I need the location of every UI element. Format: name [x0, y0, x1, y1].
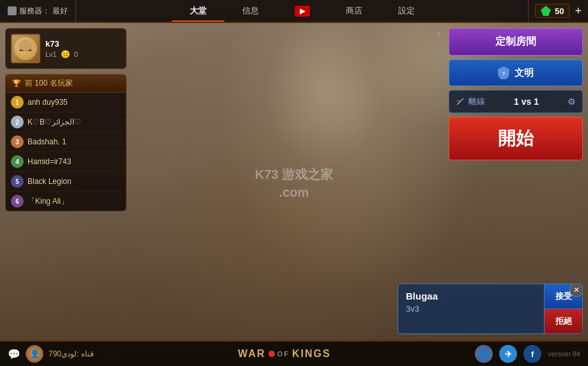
leaderboard-title: 前 100 名玩家 [25, 78, 73, 89]
music-icon[interactable]: ♪ [436, 28, 441, 40]
version-label: version 84 [548, 350, 580, 358]
server-label: 服務器： [19, 6, 50, 17]
rank-badge-2: 2 [11, 116, 24, 128]
custom-room-button[interactable]: 定制房間 [449, 28, 583, 56]
tab-settings[interactable]: 設定 [380, 0, 433, 22]
profile-info: k73 Lv1 😐 0 [45, 39, 121, 59]
left-panel: k73 Lv1 😐 0 前 100 名玩家 1 anh duy935 2 K♡B… [5, 28, 127, 211]
profile-card: k73 Lv1 😐 0 [5, 28, 127, 69]
start-button[interactable]: 開始 [449, 117, 583, 160]
bottom-left: 💬 👤 قناه :لودي790 [8, 345, 94, 363]
logo-dot [268, 351, 275, 357]
avatar-image [14, 37, 37, 60]
tab-shop[interactable]: 商店 [328, 0, 380, 22]
profile-button[interactable]: 👤 [475, 345, 493, 363]
tab-youtube[interactable]: ▶ [277, 0, 328, 22]
svg-line-1 [457, 98, 463, 105]
lb-name-4: Hamid=ir743 [27, 157, 121, 166]
avatar[interactable] [11, 34, 40, 63]
rank-badge-5: 5 [11, 175, 24, 188]
profile-level: Lv1 😐 0 [45, 50, 121, 59]
profile-name: k73 [45, 39, 121, 49]
logo-of: OF [277, 350, 290, 358]
mode-label: 離線 [456, 96, 485, 107]
tab-info[interactable]: 信息 [224, 0, 277, 22]
invite-info: Blugaa 3v3 [398, 284, 544, 333]
lb-name-1: anh duy935 [27, 98, 121, 107]
gem-icon [541, 6, 551, 16]
currency-display: 50 [535, 4, 569, 18]
youtube-icon: ▶ [295, 6, 310, 17]
top-navigation: 服務器： 最好 大堂 信息 ▶ 商店 設定 50 + [0, 0, 588, 23]
svg-text:?: ? [502, 71, 506, 77]
invite-close-button[interactable]: ✕ [569, 284, 583, 297]
bottom-bar: 💬 👤 قناه :لودي790 WAR OF KINGS 👤 ✈ f ver… [0, 340, 588, 366]
reject-button[interactable]: 拒絕 [544, 309, 582, 333]
invite-popup: ✕ Blugaa 3v3 接受 拒絕 [398, 284, 583, 334]
shield-icon: ? [498, 66, 509, 79]
mood-icon: 😐 [61, 50, 70, 59]
lb-name-2: K♡B♡الجزائر♡ [27, 118, 121, 126]
lb-name-3: Badshah. 1 [27, 137, 121, 146]
lb-name-6: 「King Ali」 [27, 196, 121, 207]
currency-value: 50 [555, 6, 564, 16]
leaderboard: 前 100 名玩家 1 anh duy935 2 K♡B♡الجزائر♡ 3 … [5, 74, 127, 211]
lb-item-6[interactable]: 6 「King Ali」 [6, 192, 126, 211]
logo-kings: KINGS [292, 348, 331, 360]
rank-badge-4: 4 [11, 155, 24, 168]
lb-name-5: Black Legion [27, 177, 121, 186]
invite-challenger-name: Blugaa [406, 291, 536, 301]
mode-selector[interactable]: 離線 1 vs 1 ⚙ [449, 90, 583, 113]
server-selector[interactable]: 服務器： 最好 [0, 0, 76, 22]
bottom-center: WAR OF KINGS [94, 348, 476, 360]
sword-icon [456, 97, 465, 106]
tab-lobby[interactable]: 大堂 [172, 0, 224, 22]
game-logo: WAR OF KINGS [238, 348, 330, 360]
lb-item-3[interactable]: 3 Badshah. 1 [6, 132, 126, 152]
facebook-button[interactable]: f [523, 345, 541, 363]
logo-war: WAR [238, 348, 265, 360]
bottom-username: قناه :لودي790 [49, 349, 94, 358]
server-icon [8, 6, 17, 15]
rank-badge-6: 6 [11, 195, 24, 208]
civilization-button[interactable]: ? 文明 [449, 59, 583, 86]
telegram-button[interactable]: ✈ [499, 345, 517, 363]
lb-item-1[interactable]: 1 anh duy935 [6, 93, 126, 112]
lb-item-4[interactable]: 4 Hamid=ir743 [6, 152, 126, 172]
nav-tabs: 大堂 信息 ▶ 商店 設定 [76, 0, 528, 22]
right-panel: 定制房間 ? 文明 離線 1 vs 1 ⚙ 開始 [449, 28, 583, 160]
currency-area: 50 + [528, 0, 588, 22]
add-currency-button[interactable]: + [575, 5, 582, 17]
invite-body: Blugaa 3v3 接受 拒絕 [398, 284, 582, 333]
settings-icon[interactable]: ⚙ [568, 96, 576, 107]
chat-icon[interactable]: 💬 [8, 348, 20, 360]
rank-badge-3: 3 [11, 135, 24, 148]
server-value: 最好 [52, 6, 68, 17]
bottom-right: 👤 ✈ f version 84 [475, 345, 580, 363]
rank-badge-1: 1 [11, 96, 24, 109]
invite-mode: 3v3 [406, 304, 536, 314]
game-mode: 1 vs 1 [514, 96, 539, 107]
lb-item-5[interactable]: 5 Black Legion [6, 172, 126, 192]
bottom-avatar[interactable]: 👤 [26, 345, 43, 363]
leaderboard-header: 前 100 名玩家 [6, 75, 126, 93]
lb-item-2[interactable]: 2 K♡B♡الجزائر♡ [6, 112, 126, 132]
